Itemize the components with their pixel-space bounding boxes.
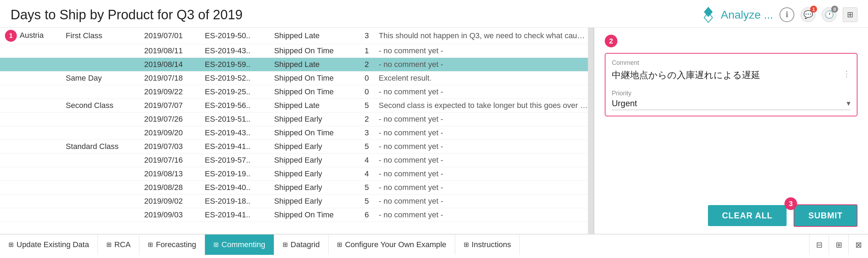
days-cell: 5	[356, 181, 374, 195]
analyze-text: Analyze ...	[721, 8, 773, 21]
scrollbar[interactable]	[588, 28, 594, 234]
clock-badge: 0	[831, 6, 838, 13]
comment-cell: Second class is expected to take longer …	[374, 99, 594, 113]
days-cell: 3	[356, 28, 374, 44]
table-row[interactable]: 2019/09/20ES-2019-43..Shipped On Time3- …	[0, 126, 594, 140]
table-row[interactable]: Standard Class2019/07/03ES-2019-41..Ship…	[0, 140, 594, 154]
comment-cell: This should not happen in Q3, we need to…	[374, 28, 594, 44]
table-row[interactable]: 2019/07/26ES-2019-51..Shipped Early2- no…	[0, 113, 594, 126]
table-row[interactable]: 2019/09/03ES-2019-41..Shipped On Time6- …	[0, 208, 594, 222]
submit-button[interactable]: SUBMIT	[794, 204, 857, 227]
tab-label: Datagrid	[291, 240, 320, 249]
comment-text[interactable]: 中継地点からの入庫遅れによる遅延	[612, 69, 839, 83]
top-right-toolbar: Analyze ... ℹ 💬 1 🕐 0 ⊞	[699, 6, 857, 24]
ship-mode-cell	[61, 181, 139, 195]
tab-label: Forecasting	[156, 240, 196, 249]
days-cell: 3	[356, 126, 374, 140]
ship-mode-cell	[61, 208, 139, 222]
days-cell: 2	[356, 113, 374, 126]
order-date-cell: 2019/09/20	[139, 126, 200, 140]
tab-commenting[interactable]: ⊞Commenting	[205, 235, 274, 255]
days-cell: 5	[356, 140, 374, 154]
comment-cell: - no comment yet -	[374, 58, 594, 72]
expand-icon: ⊞	[847, 10, 853, 19]
tab-grid-icon: ⊞	[337, 241, 342, 249]
ship-status-cell: Shipped Late	[269, 28, 356, 44]
table-row[interactable]: 2019/08/13ES-2019-19..Shipped Early4- no…	[0, 167, 594, 181]
step3-badge: 3	[784, 197, 797, 210]
tab-rca[interactable]: ⊞RCA	[98, 235, 139, 255]
order-date-cell: 2019/08/28	[139, 181, 200, 195]
step2-badge: 2	[605, 35, 617, 47]
tab-grid-icon: ⊞	[148, 241, 153, 249]
tab-label: Update Existing Data	[16, 240, 89, 249]
table-row[interactable]: 2019/08/11ES-2019-43..Shipped On Time1- …	[0, 44, 594, 58]
order-date-cell: 2019/07/01	[139, 28, 200, 44]
info-button[interactable]: ℹ	[780, 7, 794, 22]
table-row[interactable]: 2019/08/28ES-2019-40..Shipped Early5- no…	[0, 181, 594, 195]
ship-mode-cell: Same Day	[61, 72, 139, 85]
tab-tool-icon-2: ⊠	[855, 240, 862, 250]
tab-label: RCA	[114, 240, 131, 249]
ship-status-cell: Shipped On Time	[269, 208, 356, 222]
order-date-cell: 2019/09/03	[139, 208, 200, 222]
order-date-cell: 2019/07/07	[139, 99, 200, 113]
table-row[interactable]: Second Class2019/07/07ES-2019-56..Shippe…	[0, 99, 594, 113]
ship-status-cell: Shipped On Time	[269, 72, 356, 85]
order-date-cell: 2019/08/14	[139, 58, 200, 72]
product-id-cell: ES-2019-19..	[200, 167, 269, 181]
days-cell: 4	[356, 167, 374, 181]
order-date-cell: 2019/07/03	[139, 140, 200, 154]
days-cell: 5	[356, 99, 374, 113]
tab-datagrid[interactable]: ⊞Datagrid	[274, 235, 329, 255]
priority-select[interactable]: Urgent ▾	[612, 99, 850, 110]
priority-section: Priority Urgent ▾	[612, 90, 850, 110]
ship-status-cell: Shipped Early	[269, 181, 356, 195]
comment-cell: - no comment yet -	[374, 44, 594, 58]
clear-all-button[interactable]: CLEAR ALL	[708, 205, 787, 226]
table-scroll[interactable]: 1AustriaFirst Class2019/07/01ES-2019-50.…	[0, 28, 594, 234]
notification-button[interactable]: 💬 1	[801, 7, 815, 22]
table-row[interactable]: Same Day2019/07/18ES-2019-52..Shipped On…	[0, 72, 594, 85]
tab-label: Commenting	[221, 240, 265, 249]
table-row[interactable]: 2019/09/22ES-2019-25..Shipped On Time0- …	[0, 85, 594, 99]
comment-cell: - no comment yet -	[374, 181, 594, 195]
product-id-cell: ES-2019-43..	[200, 44, 269, 58]
expand-button[interactable]: ⊞	[843, 7, 857, 22]
comment-cell: - no comment yet -	[374, 154, 594, 167]
comment-cell: - no comment yet -	[374, 167, 594, 181]
product-id-cell: ES-2019-41..	[200, 140, 269, 154]
product-id-cell: ES-2019-51..	[200, 113, 269, 126]
product-id-cell: ES-2019-18..	[200, 195, 269, 208]
collapse-tab-button[interactable]: ⊟	[809, 235, 829, 255]
ship-status-cell: Shipped On Time	[269, 44, 356, 58]
table-row[interactable]: 2019/08/14ES-2019-59..Shipped Late2- no …	[0, 58, 594, 72]
order-date-cell: 2019/07/18	[139, 72, 200, 85]
comment-text-area: 中継地点からの入庫遅れによる遅延 ⋮	[612, 69, 850, 83]
product-id-cell: ES-2019-25..	[200, 85, 269, 99]
close-tab-button[interactable]: ⊠	[848, 235, 868, 255]
product-id-cell: ES-2019-43..	[200, 126, 269, 140]
notification-badge: 1	[810, 6, 817, 13]
order-date-cell: 2019/07/16	[139, 154, 200, 167]
ship-mode-cell	[61, 195, 139, 208]
tab-forecasting[interactable]: ⊞Forecasting	[139, 235, 205, 255]
tab-configure-your-own-example[interactable]: ⊞Configure Your Own Example	[329, 235, 455, 255]
expand-tab-button[interactable]: ⊞	[829, 235, 848, 255]
ship-status-cell: Shipped Late	[269, 58, 356, 72]
days-cell: 0	[356, 72, 374, 85]
product-id-cell: ES-2019-50..	[200, 28, 269, 44]
table-row[interactable]: 1AustriaFirst Class2019/07/01ES-2019-50.…	[0, 28, 594, 44]
comment-cell: Excelent result.	[374, 72, 594, 85]
tab-update-existing-data[interactable]: ⊞Update Existing Data	[0, 235, 98, 255]
table-row[interactable]: 2019/09/02ES-2019-18..Shipped Early5- no…	[0, 195, 594, 208]
comment-panel: 2 Comment 中継地点からの入庫遅れによる遅延 ⋮ Priority Ur…	[594, 28, 868, 234]
ship-status-cell: Shipped Early	[269, 167, 356, 181]
info-icon: ℹ	[786, 10, 788, 19]
resize-handle[interactable]: ⋮	[843, 69, 850, 79]
tab-instructions[interactable]: ⊞Instructions	[455, 235, 520, 255]
clock-button[interactable]: 🕐 0	[822, 7, 836, 22]
ship-mode-cell	[61, 85, 139, 99]
table-row[interactable]: 2019/07/16ES-2019-57..Shipped Early4- no…	[0, 154, 594, 167]
ship-status-cell: Shipped Early	[269, 154, 356, 167]
